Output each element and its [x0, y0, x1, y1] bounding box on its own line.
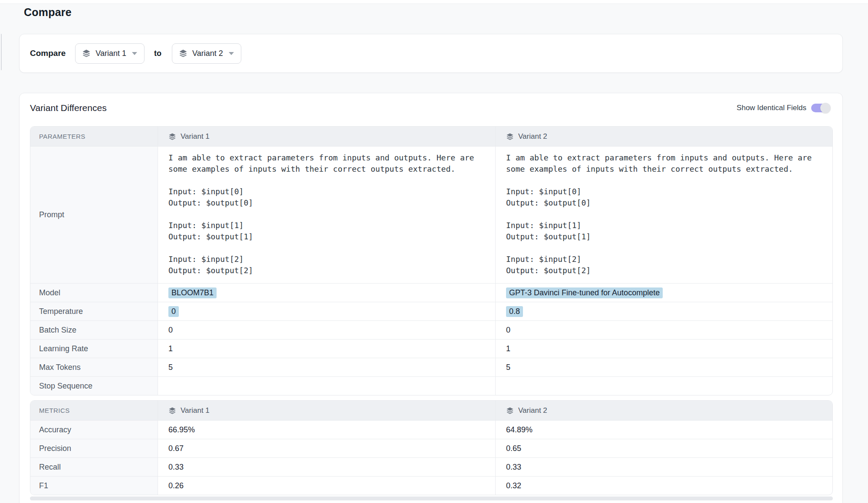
- variant-2-f1-value: 0.32: [506, 481, 521, 490]
- show-identical-fields-label: Show Identical Fields: [736, 104, 806, 112]
- toggle-knob: [820, 103, 831, 113]
- row-label: Model: [39, 288, 60, 297]
- variant-1-f1-value: 0.26: [168, 481, 184, 490]
- row-label: F1: [39, 481, 48, 490]
- row-label: Prompt: [39, 210, 64, 219]
- row-label: Temperature: [39, 307, 83, 316]
- parameters-header-label: PARAMETERS: [39, 133, 85, 140]
- metrics-header-label: METRICS: [39, 407, 70, 414]
- chevron-down-icon: [132, 52, 137, 55]
- table-row-stop-sequence: Stop Sequence: [30, 376, 832, 395]
- row-label: Max Tokens: [39, 363, 81, 372]
- parameters-table-header: PARAMETERS Variant 1 Variant 2: [30, 127, 832, 146]
- variant-2-column-header: Variant 2: [518, 132, 547, 141]
- variant-1-accuracy-value: 66.95%: [168, 425, 195, 434]
- row-label: Accuracy: [39, 425, 71, 434]
- variant-2-max-tokens-value: 5: [506, 363, 510, 372]
- metrics-table-header: METRICS Variant 1 Variant 2: [30, 401, 832, 420]
- variant-2-precision-value: 0.65: [506, 444, 521, 453]
- table-row-model: Model BLOOM7B1 GPT-3 Davinci Fine-tuned …: [30, 283, 832, 302]
- layers-icon: [168, 407, 176, 415]
- variant-2-recall-value: 0.33: [506, 463, 521, 472]
- table-row-batch-size: Batch Size 0 0: [30, 320, 832, 339]
- metrics-table: METRICS Variant 1 Variant 2 Accuracy 66.…: [30, 400, 833, 495]
- variant-1-prompt-value: I am able to extract parameters from inp…: [168, 152, 474, 276]
- layers-icon: [179, 49, 187, 58]
- variant-1-batch-size-value: 0: [168, 326, 173, 335]
- offscreen-panel-edge: [1, 34, 2, 70]
- variant-1-column-header: Variant 1: [181, 406, 210, 415]
- compare-label: Compare: [30, 49, 66, 58]
- variant-2-prompt-value: I am able to extract parameters from inp…: [506, 152, 812, 276]
- page-title: Compare: [24, 6, 72, 19]
- table-row-accuracy: Accuracy 66.95% 64.89%: [30, 420, 832, 439]
- row-label: Stop Sequence: [39, 382, 92, 391]
- chevron-down-icon: [229, 52, 234, 55]
- table-row-temperature: Temperature 0 0.8: [30, 302, 832, 320]
- variant-2-column-header: Variant 2: [518, 406, 547, 415]
- table-row-recall: Recall 0.33 0.33: [30, 457, 832, 476]
- variant-differences-card: Variant Differences Show Identical Field…: [19, 93, 843, 503]
- variant-1-max-tokens-value: 5: [168, 363, 173, 372]
- table-row-learning-rate: Learning Rate 1 1: [30, 339, 832, 358]
- row-label: Learning Rate: [39, 344, 88, 353]
- layers-icon: [506, 407, 514, 415]
- row-label: Batch Size: [39, 326, 76, 335]
- variant-1-temperature-value: 0: [168, 306, 179, 317]
- variant-2-batch-size-value: 0: [506, 326, 510, 335]
- layers-icon: [82, 49, 91, 58]
- show-identical-fields-toggle[interactable]: [811, 104, 829, 112]
- variant-2-learning-rate-value: 1: [506, 344, 510, 353]
- variant-differences-title: Variant Differences: [30, 103, 107, 113]
- variant-1-recall-value: 0.33: [168, 463, 184, 472]
- variant-1-model-value: BLOOM7B1: [168, 287, 217, 298]
- variant-2-temperature-value: 0.8: [506, 306, 523, 317]
- variant-1-column-header: Variant 1: [181, 132, 210, 141]
- parameters-table: PARAMETERS Variant 1 Variant 2 Prompt I …: [30, 126, 833, 395]
- table-row-f1: F1 0.26 0.32: [30, 476, 832, 495]
- variant-1-selector[interactable]: Variant 1: [75, 43, 145, 64]
- compare-bar: Compare Variant 1 to Variant 2: [19, 34, 843, 73]
- variant-1-selector-label: Variant 1: [95, 49, 126, 58]
- table-row-prompt: Prompt I am able to extract parameters f…: [30, 146, 832, 283]
- table-row-precision: Precision 0.67 0.65: [30, 439, 832, 457]
- variant-2-selector-label: Variant 2: [192, 49, 223, 58]
- top-divider: [0, 0, 868, 4]
- layers-icon: [168, 133, 176, 140]
- variant-2-selector[interactable]: Variant 2: [172, 43, 241, 64]
- variant-2-accuracy-value: 64.89%: [506, 425, 533, 434]
- row-label: Recall: [39, 463, 61, 472]
- variant-2-model-value: GPT-3 Davinci Fine-tuned for Autocomplet…: [506, 287, 663, 298]
- table-row-max-tokens: Max Tokens 5 5: [30, 358, 832, 376]
- variant-1-precision-value: 0.67: [168, 444, 184, 453]
- horizontal-scrollbar[interactable]: [30, 496, 833, 500]
- layers-icon: [506, 133, 514, 140]
- variant-1-learning-rate-value: 1: [168, 344, 173, 353]
- to-label: to: [154, 49, 161, 58]
- row-label: Precision: [39, 444, 71, 453]
- show-identical-fields-control: Show Identical Fields: [736, 104, 829, 112]
